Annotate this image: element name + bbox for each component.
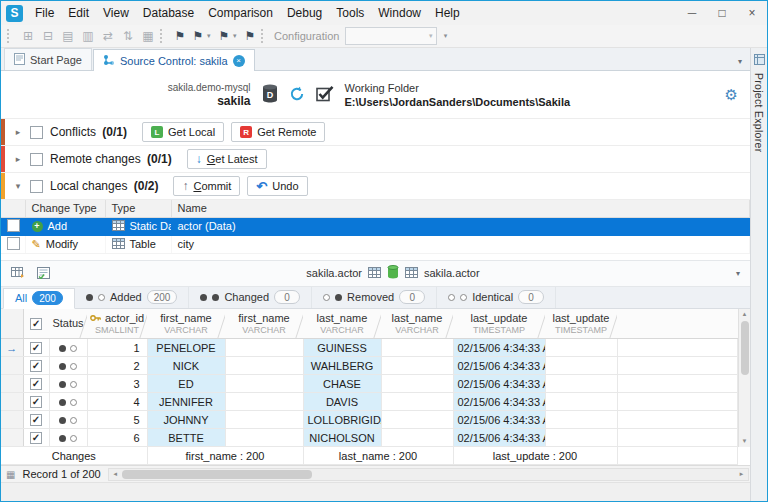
row-checkbox[interactable]: ✓: [30, 360, 42, 372]
column-header-status[interactable]: Status: [49, 309, 87, 339]
synchronize-icon[interactable]: ⇅: [118, 27, 138, 46]
column-header-last-name-target[interactable]: last_nameVARCHAR: [381, 309, 453, 339]
first-name-target-cell[interactable]: [225, 429, 303, 447]
menu-view[interactable]: View: [96, 3, 136, 23]
filter-tab-removed[interactable]: Removed 0: [312, 287, 437, 308]
menu-debug[interactable]: Debug: [280, 3, 329, 23]
actor-id-cell[interactable]: 1: [87, 339, 147, 357]
form-view-icon[interactable]: [33, 264, 53, 283]
commit-button[interactable]: ↑Commit: [173, 176, 240, 196]
last-name-target-cell[interactable]: [381, 357, 453, 375]
next-bookmark-icon[interactable]: ⚑: [215, 27, 233, 46]
column-header-last-name-source[interactable]: last_nameVARCHAR: [303, 309, 381, 339]
configuration-combobox[interactable]: ▾: [345, 27, 437, 45]
last-name-target-cell[interactable]: [381, 393, 453, 411]
first-name-source-cell[interactable]: JOHNNY: [147, 411, 225, 429]
last-update-source-cell[interactable]: 02/15/06 4:34:33 AM: [453, 411, 545, 429]
menu-tools[interactable]: Tools: [329, 3, 371, 23]
toggle-bookmark-icon[interactable]: ⚑: [171, 27, 189, 46]
row-indicator[interactable]: [1, 375, 23, 393]
minimize-button[interactable]: ─: [677, 1, 707, 25]
settings-gear-icon[interactable]: ⚙: [725, 86, 740, 104]
tab-source-control-sakila[interactable]: Source Control: sakila ×: [93, 49, 255, 71]
app-logo-icon[interactable]: S: [6, 5, 23, 22]
grid-options-icon[interactable]: [8, 264, 28, 283]
last-update-source-cell[interactable]: 02/15/06 4:34:33 AM: [453, 429, 545, 447]
scrollbar-thumb[interactable]: [122, 470, 312, 479]
row-checkbox[interactable]: ✓: [30, 432, 42, 444]
conflicts-checkbox[interactable]: [30, 126, 43, 139]
actor-id-cell[interactable]: 2: [87, 357, 147, 375]
previous-bookmark-icon[interactable]: ⚑: [189, 27, 207, 46]
menu-file[interactable]: File: [28, 3, 61, 23]
last-update-target-cell[interactable]: [545, 375, 617, 393]
filter-tab-changed[interactable]: Changed 0: [189, 287, 312, 308]
open-document-icon[interactable]: ▤: [58, 27, 78, 46]
row-select-cell[interactable]: ✓: [23, 375, 49, 393]
next-bookmark-dropdown-icon[interactable]: ▾: [233, 32, 241, 40]
row-checkbox[interactable]: ✓: [30, 342, 42, 354]
last-update-target-cell[interactable]: [545, 357, 617, 375]
row-indicator[interactable]: [1, 357, 23, 375]
actor-id-cell[interactable]: 6: [87, 429, 147, 447]
first-name-source-cell[interactable]: PENELOPE: [147, 339, 225, 357]
grid-row[interactable]: ✓ 6 BETTE NICHOLSON 02/15/06 4:34:33 AM: [1, 429, 738, 447]
type-column-header[interactable]: Type: [105, 200, 171, 217]
report-icon[interactable]: ▦: [138, 27, 158, 46]
first-name-target-cell[interactable]: [225, 411, 303, 429]
project-explorer-tab[interactable]: Project Explorer: [750, 48, 767, 501]
row-checkbox[interactable]: ✓: [30, 396, 42, 408]
last-name-target-cell[interactable]: [381, 339, 453, 357]
last-name-target-cell[interactable]: [381, 429, 453, 447]
last-name-source-cell[interactable]: GUINESS: [303, 339, 381, 357]
grid-row[interactable]: ✓ 3 ED CHASE 02/15/06 4:34:33 AM: [1, 375, 738, 393]
current-row-indicator[interactable]: →: [1, 339, 23, 357]
change-row-checkbox[interactable]: [7, 219, 20, 232]
scrollbar-thumb[interactable]: [741, 321, 749, 375]
change-row-actor-data[interactable]: +Add Static Data actor (Data): [1, 217, 750, 235]
row-checkbox[interactable]: ✓: [30, 378, 42, 390]
last-update-target-cell[interactable]: [545, 429, 617, 447]
select-all-checkbox[interactable]: ✓: [30, 318, 42, 330]
collapse-local-icon[interactable]: ▾: [13, 181, 23, 191]
toolbar-grip[interactable]: [261, 29, 267, 43]
row-select-cell[interactable]: [1, 217, 25, 235]
first-name-target-cell[interactable]: [225, 375, 303, 393]
row-indicator[interactable]: [1, 393, 23, 411]
menu-database[interactable]: Database: [136, 3, 201, 23]
column-header-actor-id[interactable]: actor_id SMALLINT: [87, 309, 147, 339]
last-name-source-cell[interactable]: NICHOLSON: [303, 429, 381, 447]
actor-id-cell[interactable]: 5: [87, 411, 147, 429]
filter-tab-all[interactable]: All 200: [3, 288, 75, 309]
row-checkbox[interactable]: ✓: [30, 414, 42, 426]
name-column-header[interactable]: Name: [171, 200, 750, 217]
first-name-target-cell[interactable]: [225, 393, 303, 411]
grid-row[interactable]: ✓ 2 NICK WAHLBERG 02/15/06 4:34:33 AM: [1, 357, 738, 375]
toolbar-grip[interactable]: [7, 29, 13, 43]
tab-list-dropdown-icon[interactable]: ▾: [738, 57, 750, 70]
vertical-scrollbar[interactable]: ▲ ▼: [738, 309, 750, 447]
get-remote-button[interactable]: RGet Remote: [231, 122, 325, 142]
row-select-cell[interactable]: [1, 235, 25, 253]
expand-remote-icon[interactable]: ▸: [13, 154, 23, 164]
row-indicator[interactable]: [1, 411, 23, 429]
scroll-up-icon[interactable]: ▲: [739, 309, 750, 320]
close-window-button[interactable]: ×: [737, 1, 767, 25]
refresh-comparison-icon[interactable]: ⇄: [98, 27, 118, 46]
horizontal-scrollbar[interactable]: ◄ ►: [108, 468, 749, 481]
remote-checkbox[interactable]: [30, 153, 43, 166]
new-data-comparison-icon[interactable]: ⊞: [18, 27, 38, 46]
get-local-button[interactable]: LGet Local: [142, 122, 224, 142]
row-select-cell[interactable]: ✓: [23, 429, 49, 447]
change-row-city[interactable]: ✎Modify Table city: [1, 235, 750, 253]
menu-window[interactable]: Window: [371, 3, 428, 23]
refresh-icon[interactable]: [289, 86, 305, 104]
first-name-source-cell[interactable]: BETTE: [147, 429, 225, 447]
row-select-cell[interactable]: ✓: [23, 357, 49, 375]
maximize-button[interactable]: □: [707, 1, 737, 25]
first-name-source-cell[interactable]: JENNIFER: [147, 393, 225, 411]
scroll-right-icon[interactable]: ►: [735, 471, 748, 477]
new-schema-comparison-icon[interactable]: ⊟: [38, 27, 58, 46]
last-name-source-cell[interactable]: WAHLBERG: [303, 357, 381, 375]
last-update-target-cell[interactable]: [545, 339, 617, 357]
